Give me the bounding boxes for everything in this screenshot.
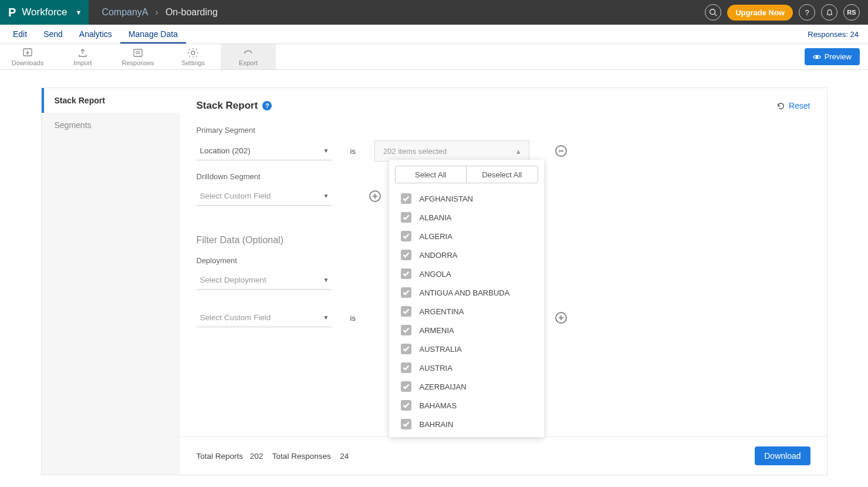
dropdown-option[interactable]: AUSTRALIA — [389, 340, 544, 358]
add-filter-icon[interactable] — [555, 312, 567, 324]
checkbox-checked-icon — [401, 231, 411, 241]
dropdown-option[interactable]: ANGOLA — [389, 264, 544, 283]
checkbox-checked-icon — [401, 400, 411, 411]
help-icon[interactable]: ? — [799, 4, 815, 21]
nav-tab-analytics[interactable]: Analytics — [71, 26, 120, 42]
drilldown-select[interactable]: Select Custom Field ▼ — [197, 187, 332, 206]
total-responses-value: 24 — [340, 452, 349, 461]
checkbox-checked-icon — [401, 287, 411, 298]
upgrade-button[interactable]: Upgrade Now — [727, 5, 793, 21]
operator-is: is — [350, 147, 356, 156]
avatar[interactable]: RS — [843, 4, 860, 21]
add-drilldown-icon[interactable] — [369, 190, 381, 202]
breadcrumb: CompanyA › On-boarding — [89, 7, 705, 18]
report-panel: Stack ReportSegments Stack Report ? Rese… — [41, 88, 828, 475]
checkbox-checked-icon — [401, 193, 411, 204]
dropdown-option[interactable]: BAHAMAS — [389, 396, 544, 415]
breadcrumb-sep: › — [156, 7, 158, 18]
tool-import[interactable]: Import — [55, 44, 110, 69]
tool-export[interactable]: Export — [221, 44, 276, 69]
page-title: Stack Report ? — [197, 100, 272, 112]
checkbox-checked-icon — [401, 325, 411, 335]
checkbox-checked-icon — [401, 362, 411, 373]
nav-tabs: EditSendAnalyticsManage Data Responses: … — [0, 25, 868, 44]
caret-down-icon: ▼ — [323, 193, 329, 199]
dropdown-option[interactable]: ARMENIA — [389, 321, 544, 340]
total-reports-label: Total Reports — [197, 452, 244, 461]
report-sidebar: Stack ReportSegments — [42, 88, 180, 475]
download-button[interactable]: Download — [755, 446, 810, 465]
report-main: Stack Report ? Reset Primary Segment Loc… — [180, 88, 827, 475]
operator-is: is — [350, 314, 356, 323]
primary-segment-select[interactable]: Location (202) ▼ — [197, 142, 332, 160]
caret-down-icon: ▼ — [76, 9, 82, 16]
product-name: Workforce — [22, 6, 67, 18]
tool-responses[interactable]: Responses — [110, 44, 166, 69]
checkbox-checked-icon — [401, 419, 411, 429]
checkbox-checked-icon — [401, 344, 411, 354]
svg-point-9 — [191, 51, 195, 55]
tool-downloads[interactable]: Downloads — [0, 44, 55, 69]
breadcrumb-page: On-boarding — [166, 7, 218, 18]
toolbar: DownloadsImportResponsesSettingsExport P… — [0, 44, 868, 70]
dropdown-option[interactable]: AFGHANISTAN — [389, 189, 544, 208]
topbar: P Workforce ▼ CompanyA › On-boarding Upg… — [0, 0, 868, 25]
caret-up-icon: ▴ — [516, 147, 521, 156]
checkbox-checked-icon — [401, 306, 411, 317]
svg-line-1 — [715, 14, 717, 16]
brand-logo: P — [8, 6, 16, 19]
responses-count: Responses: 24 — [808, 30, 863, 39]
report-footer: Total Reports 202 Total Responses 24 Dow… — [180, 436, 827, 475]
deployment-select[interactable]: Select Deployment ▼ — [197, 271, 332, 290]
preview-button[interactable]: Preview — [805, 48, 860, 65]
breadcrumb-company[interactable]: CompanyA — [102, 7, 148, 18]
dropdown-option[interactable]: ALGERIA — [389, 227, 544, 246]
topbar-actions: Upgrade Now ? RS — [705, 4, 868, 21]
svg-rect-6 — [134, 49, 142, 56]
checkbox-checked-icon — [401, 250, 411, 260]
total-responses-label: Total Responses — [272, 452, 331, 461]
checkbox-checked-icon — [401, 381, 411, 392]
dropdown-option[interactable]: AUSTRIA — [389, 358, 544, 377]
multiselect-dropdown: Select All Deselect All AFGHANISTANALBAN… — [389, 160, 544, 437]
search-icon[interactable] — [705, 4, 721, 21]
nav-tab-manage-data[interactable]: Manage Data — [120, 26, 186, 43]
tool-settings[interactable]: Settings — [166, 44, 221, 69]
dropdown-option[interactable]: ALBANIA — [389, 208, 544, 227]
primary-values-multiselect[interactable]: 202 items selected ▴ — [374, 140, 529, 162]
brand-selector[interactable]: P Workforce ▼ — [0, 0, 89, 25]
sidebar-item-stack-report[interactable]: Stack Report — [42, 88, 180, 113]
caret-down-icon: ▼ — [323, 147, 329, 154]
select-all-button[interactable]: Select All — [395, 166, 467, 183]
sidebar-item-segments[interactable]: Segments — [42, 113, 180, 137]
primary-segment-label: Primary Segment — [197, 126, 810, 135]
custom-field-select[interactable]: Select Custom Field ▼ — [197, 308, 332, 327]
checkbox-checked-icon — [401, 268, 411, 279]
dropdown-option[interactable]: ANTIGUA AND BARBUDA — [389, 283, 544, 302]
nav-tab-send[interactable]: Send — [35, 26, 71, 42]
remove-segment-icon[interactable] — [555, 145, 567, 157]
total-reports-value: 202 — [250, 452, 264, 461]
deselect-all-button[interactable]: Deselect All — [466, 166, 538, 183]
caret-down-icon: ▼ — [323, 314, 329, 321]
nav-tab-edit[interactable]: Edit — [5, 26, 35, 42]
dropdown-option[interactable]: AZERBAIJAN — [389, 377, 544, 396]
help-tooltip-icon[interactable]: ? — [262, 101, 272, 110]
dropdown-option[interactable]: ANDORRA — [389, 246, 544, 264]
dropdown-option[interactable]: ARGENTINA — [389, 302, 544, 321]
notifications-icon[interactable] — [821, 4, 837, 21]
reset-button[interactable]: Reset — [776, 101, 810, 110]
svg-point-0 — [710, 9, 715, 15]
svg-point-10 — [816, 56, 818, 58]
dropdown-option[interactable]: BAHRAIN — [389, 415, 544, 434]
checkbox-checked-icon — [401, 212, 411, 223]
caret-down-icon: ▼ — [323, 277, 329, 283]
